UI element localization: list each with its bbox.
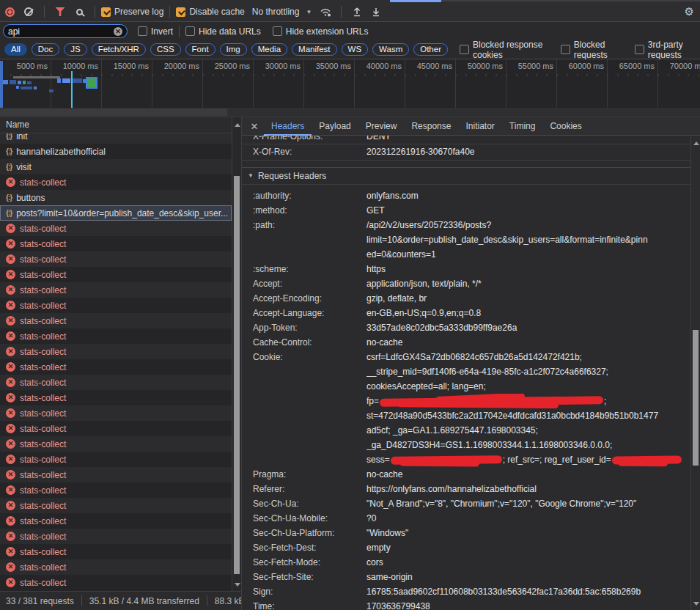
request-row[interactable]: ✕stats-collect: [0, 390, 232, 405]
export-har-button[interactable]: [366, 3, 386, 21]
type-filter-pill-ws[interactable]: WS: [342, 43, 369, 56]
request-row[interactable]: {:}posts?limit=10&order=publish_date_des…: [0, 205, 232, 221]
request-row[interactable]: ✕stats-collect: [0, 313, 232, 328]
request-row[interactable]: ✕stats-collect: [0, 236, 232, 251]
clear-button[interactable]: [19, 3, 38, 21]
filter-checkbox-label: Blocked requests: [574, 40, 623, 60]
filter-checkbox-blocked-requests[interactable]: Blocked requests: [561, 40, 623, 60]
checkbox-icon[interactable]: [561, 45, 570, 54]
filter-button[interactable]: [51, 3, 70, 21]
close-detail-button[interactable]: ✕: [245, 121, 264, 132]
throttling-dropdown[interactable]: No throttling ▼: [252, 7, 312, 17]
request-row[interactable]: ✕stats-collect: [0, 498, 232, 513]
checkbox-icon[interactable]: [635, 45, 644, 54]
request-row[interactable]: ✕stats-collect: [0, 575, 232, 590]
request-headers-section[interactable]: ▼ Request Headers: [242, 167, 690, 185]
scroll-up-icon[interactable]: [235, 123, 240, 127]
request-row[interactable]: ✕stats-collect: [0, 375, 232, 390]
detail-tabbar: ✕ HeadersPayloadPreviewResponseInitiator…: [242, 117, 700, 136]
type-filter-pill-js[interactable]: JS: [64, 43, 86, 56]
request-row[interactable]: ✕stats-collect: [0, 251, 232, 267]
tab-initiator[interactable]: Initiator: [458, 117, 501, 136]
scrollbar-thumb[interactable]: [234, 176, 240, 574]
disable-cache-checkbox[interactable]: [176, 7, 185, 17]
tab-cookies[interactable]: Cookies: [542, 117, 589, 136]
error-icon: ✕: [6, 378, 15, 387]
request-row[interactable]: {:}init: [0, 133, 232, 144]
type-filter-pill-img[interactable]: Img: [220, 43, 247, 56]
scrollbar-thumb[interactable]: [693, 330, 699, 466]
type-filter-pill-wasm[interactable]: Wasm: [372, 43, 409, 56]
type-filter-pill-all[interactable]: All: [4, 43, 27, 56]
overview-activity-bar: [21, 87, 32, 89]
request-list-scrollbar[interactable]: [232, 117, 241, 591]
scroll-down-icon[interactable]: [235, 583, 240, 587]
request-row[interactable]: ✕stats-collect: [0, 405, 232, 421]
scroll-up-icon[interactable]: [693, 142, 699, 145]
type-filter-pill-fetch-xhr[interactable]: Fetch/XHR: [92, 43, 146, 56]
disable-cache-toggle[interactable]: Disable cache: [176, 7, 244, 17]
request-row[interactable]: ✕stats-collect: [0, 513, 232, 529]
headers-content: X-Frame-Options: DENY X-Of-Rev: 20231226…: [242, 136, 690, 610]
settings-button[interactable]: ⚙: [685, 5, 694, 18]
tab-response[interactable]: Response: [404, 117, 458, 136]
close-icon: ✕: [251, 121, 259, 132]
checkbox-icon[interactable]: [460, 45, 469, 54]
request-row[interactable]: ✕stats-collect: [0, 359, 232, 375]
type-filter-pill-css[interactable]: CSS: [150, 43, 181, 56]
request-row[interactable]: {:}visit: [0, 159, 232, 174]
overview-left-handle[interactable]: [0, 61, 3, 113]
overview-activity-bar: [73, 78, 82, 83]
request-row[interactable]: ✕stats-collect: [0, 298, 232, 313]
search-button[interactable]: [70, 3, 89, 21]
request-row[interactable]: ✕stats-collect: [0, 344, 232, 359]
request-row[interactable]: ✕stats-collect: [0, 452, 232, 467]
request-row[interactable]: {:}buttons: [0, 190, 232, 205]
request-row[interactable]: {:}hannahelizabethofficial: [0, 144, 232, 159]
request-row[interactable]: ✕stats-collect: [0, 482, 232, 498]
tab-timing[interactable]: Timing: [502, 117, 543, 136]
tab-payload[interactable]: Payload: [312, 117, 358, 136]
tab-preview[interactable]: Preview: [358, 117, 405, 136]
type-filter-pill-other[interactable]: Other: [413, 43, 448, 56]
filter-checkbox-3rd-party-requests[interactable]: 3rd-party requests: [635, 40, 700, 60]
hide-data-urls-checkbox[interactable]: [185, 26, 195, 36]
hide-data-urls-toggle[interactable]: Hide data URLs: [185, 26, 261, 37]
overview-hscrollbar-thumb[interactable]: [0, 109, 227, 116]
tab-headers[interactable]: Headers: [264, 117, 312, 136]
request-row[interactable]: ✕stats-collect: [0, 529, 232, 544]
request-row[interactable]: ✕stats-collect: [0, 267, 232, 282]
request-row[interactable]: ✕stats-collect: [0, 221, 232, 236]
record-button[interactable]: [0, 3, 19, 21]
detail-scrollbar[interactable]: [690, 136, 700, 610]
network-overview[interactable]: 5000 ms10000 ms15000 ms20000 ms25000 ms3…: [0, 59, 700, 117]
request-name: stats-collect: [20, 239, 66, 249]
invert-checkbox[interactable]: [138, 26, 147, 36]
overview-hscrollbar[interactable]: [0, 108, 700, 117]
request-row[interactable]: ✕stats-collect: [0, 328, 232, 344]
type-filter-pill-font[interactable]: Font: [185, 43, 215, 56]
request-row[interactable]: ✕stats-collect: [0, 282, 232, 298]
preserve-log-checkbox[interactable]: [101, 7, 111, 17]
scroll-down-icon[interactable]: [693, 602, 699, 606]
request-name: stats-collect: [20, 455, 66, 465]
request-row[interactable]: ✕stats-collect: [0, 544, 232, 559]
type-filter-pill-manifest[interactable]: Manifest: [292, 43, 336, 56]
invert-toggle[interactable]: Invert: [138, 26, 173, 37]
request-row[interactable]: ✕stats-collect: [0, 559, 232, 575]
network-conditions-button[interactable]: [316, 3, 335, 21]
request-row[interactable]: ✕stats-collect: [0, 174, 232, 190]
request-row[interactable]: ✕stats-collect: [0, 421, 232, 436]
filter-input[interactable]: api ✕: [3, 24, 128, 38]
filter-checkbox-blocked-response-cookies[interactable]: Blocked response cookies: [460, 40, 549, 60]
request-row[interactable]: ✕stats-collect: [0, 436, 232, 452]
name-column-header[interactable]: Name: [0, 117, 241, 133]
type-filter-pill-doc[interactable]: Doc: [32, 43, 59, 56]
request-row[interactable]: ✕stats-collect: [0, 467, 232, 482]
hide-extension-urls-toggle[interactable]: Hide extension URLs: [273, 26, 369, 37]
import-har-button[interactable]: [347, 3, 366, 21]
clear-filter-icon[interactable]: ✕: [114, 27, 122, 36]
type-filter-pill-media[interactable]: Media: [251, 43, 287, 56]
hide-extension-urls-checkbox[interactable]: [273, 26, 282, 36]
preserve-log-toggle[interactable]: Preserve log: [101, 7, 163, 17]
